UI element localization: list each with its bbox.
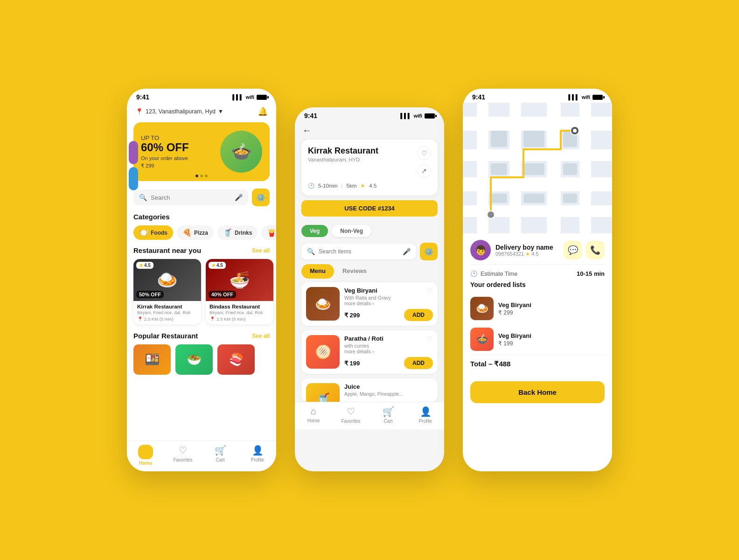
mic-icon[interactable]: 🎤	[235, 194, 243, 201]
svg-rect-15	[491, 194, 507, 203]
signal-icon-3: ▌▌▌	[568, 94, 579, 100]
svg-rect-9	[491, 131, 507, 147]
search-items-input[interactable]	[319, 248, 399, 255]
search-mic-icon[interactable]: 🎤	[403, 248, 411, 255]
search-input[interactable]	[151, 194, 231, 201]
delivery-info: Delivery boy name 0987654321 ★ 4.5	[495, 244, 559, 257]
restaurant-card-1[interactable]: 🍛 ★ 4.5 50% OFF Kirrak Restaurant Biryan…	[133, 259, 201, 324]
order-img-biryani-2: 🍲	[470, 328, 494, 351]
dot-1	[195, 175, 198, 177]
delivery-rating: 0987654321 ★ 4.5	[495, 251, 559, 257]
restaurant-rating: 4.5	[369, 183, 376, 189]
restaurant-dist-2: 📍 2.5 KM (5 min)	[209, 316, 270, 322]
food-heart-2[interactable]: ♡	[427, 335, 433, 343]
dist-text-1: 2.5 KM (5 min)	[144, 316, 173, 322]
clock-icon: 🕐	[308, 182, 314, 189]
see-all-nearby[interactable]: See all	[252, 247, 270, 254]
items-filter-button[interactable]: ⚙️	[420, 243, 438, 260]
food-info-2: Paratha / Roti with curries more details…	[344, 335, 433, 369]
see-all-popular[interactable]: See all	[252, 333, 270, 339]
location-bar: 📍 123, Vanasthalipuram, Hyd ▼ 🔔	[127, 103, 276, 120]
popular-thumb-3[interactable]: 🍣	[217, 344, 255, 375]
veg-tab[interactable]: Veg	[301, 225, 328, 237]
nav2-home[interactable]: ⌂ Home	[295, 406, 332, 424]
restaurant-card-2[interactable]: 🍜 ★ 4.5 40% OFF Bindass Restaurant Birya…	[206, 259, 273, 324]
call-button[interactable]: 📞	[586, 241, 605, 259]
delivery-avatar: 👦	[470, 240, 491, 260]
category-drinks[interactable]: 🥤 Drinks	[217, 225, 258, 240]
search-section: 🔍 🎤 ⚙️	[127, 183, 276, 208]
time-1: 9:41	[136, 93, 149, 101]
restaurant-img-2: 🍜 ★ 4.5 40% OFF	[206, 259, 273, 301]
restaurant-sub-1: Biryani, Fried rice, dal, Roti	[137, 310, 197, 315]
search-items-icon: 🔍	[307, 248, 315, 255]
discount-badge-1: 50% OFF	[136, 291, 164, 298]
pizza-icon: 🍕	[182, 228, 192, 237]
notification-bell-icon[interactable]: 🔔	[258, 106, 268, 117]
nav-favorites[interactable]: ♡ Favorites	[164, 445, 202, 466]
rating-value-1: 4.5	[144, 263, 151, 268]
tab-reviews[interactable]: Reviews	[334, 264, 375, 279]
food-more-1[interactable]: more details ›	[344, 301, 391, 306]
drinks-icon: 🥤	[223, 228, 232, 237]
promo-banner: UP TO 60% OFF On your order above ₹ 299 …	[133, 122, 270, 181]
restaurant-img-1: 🍛 ★ 4.5 50% OFF	[133, 259, 201, 301]
order-name-1: Veg Biryani	[498, 301, 531, 308]
add-button-1[interactable]: ADD	[404, 309, 433, 321]
nav-cart[interactable]: 🛒 Cart	[202, 445, 239, 466]
dist-pin-icon-2: 📍	[209, 316, 215, 322]
nav-favorites-label: Favorites	[173, 457, 192, 462]
food-price-1: ₹ 299	[344, 312, 360, 319]
svg-point-20	[573, 129, 577, 133]
location-pin-icon: 📍	[135, 108, 143, 115]
popular-thumb-2[interactable]: 🥗	[175, 344, 213, 375]
nav2-profile[interactable]: 👤 Profile	[407, 406, 444, 424]
promo-code-bar[interactable]: USE CODE #1234	[301, 200, 438, 217]
search-items-section: 🔍 🎤 ⚙️	[295, 241, 444, 264]
back-home-button[interactable]: Back Home	[470, 381, 605, 403]
nav-profile-label: Profile	[251, 457, 264, 462]
restaurant-sub-2: Biryani, Fried rice, dal, Roti	[209, 310, 270, 315]
food-more-2[interactable]: more details ›	[344, 349, 383, 354]
clock-icon-3: 🕐	[470, 270, 478, 277]
add-button-2[interactable]: ADD	[404, 357, 433, 369]
food-name-2: Paratha / Roti	[344, 335, 383, 342]
back-button[interactable]: ←	[302, 125, 312, 136]
status-icons-1: ▌▌▌ wifi	[232, 94, 267, 100]
nav2-cart[interactable]: 🛒 Cart	[370, 406, 407, 424]
phone-restaurant-screen: 9:41 ▌▌▌ wifi ← Kirrak Restaurant Vanast…	[295, 107, 444, 471]
restaurant-info-1: Kirrak Restaurant Biryani, Fried rice, d…	[133, 301, 201, 324]
order-list-title: Your ordered lists	[470, 281, 605, 293]
filter-button[interactable]: ⚙️	[252, 189, 270, 206]
nav2-favorites[interactable]: ♡ Favorites	[332, 406, 370, 424]
food-type-tabs: Veg Non-Veg	[295, 221, 444, 241]
restaurant-detail-loc: Vanasthalipuram, HYD	[308, 157, 378, 162]
category-pizza[interactable]: 🍕 Pizza	[177, 225, 214, 240]
nav-home[interactable]: ⌂ Home	[127, 445, 164, 466]
favorites-icon: ♡	[179, 445, 187, 456]
order-item-info-1: Veg Biryani ₹ 299	[498, 301, 531, 316]
tab-menu[interactable]: Menu	[301, 264, 334, 279]
share-button[interactable]: ↗	[417, 164, 431, 178]
nonveg-tab[interactable]: Non-Veg	[332, 225, 371, 237]
chat-button[interactable]: 💬	[564, 241, 582, 259]
nav-profile[interactable]: 👤 Profile	[239, 445, 276, 466]
search-items-box[interactable]: 🔍 🎤	[301, 244, 416, 259]
category-foods[interactable]: 🍽️ Foods	[133, 225, 173, 240]
status-icons-3: ▌▌▌ wifi	[568, 94, 603, 100]
promo-food-image: 🍲	[220, 131, 262, 173]
order-price-1: ₹ 299	[498, 309, 531, 316]
food-heart-1[interactable]: ♡	[427, 287, 433, 294]
home-icon-2: ⌂	[311, 406, 316, 417]
favorite-button[interactable]: ♡	[417, 146, 431, 160]
food-item-3: 🥤 Juice Apple, Mango, Pineapple...	[301, 378, 438, 402]
popular-thumb-1[interactable]: 🍱	[133, 344, 171, 375]
search-box[interactable]: 🔍 🎤	[133, 189, 248, 205]
order-price-2: ₹ 199	[498, 340, 531, 347]
pill-purple	[129, 141, 138, 164]
svg-rect-8	[579, 103, 591, 233]
category-snacks[interactable]: 🍟 Sna...	[261, 225, 276, 240]
food-bottom-2: ₹ 199 ADD	[344, 357, 433, 369]
meta-sep-1: |	[342, 183, 343, 189]
location-display[interactable]: 📍 123, Vanasthalipuram, Hyd ▼	[135, 108, 223, 115]
